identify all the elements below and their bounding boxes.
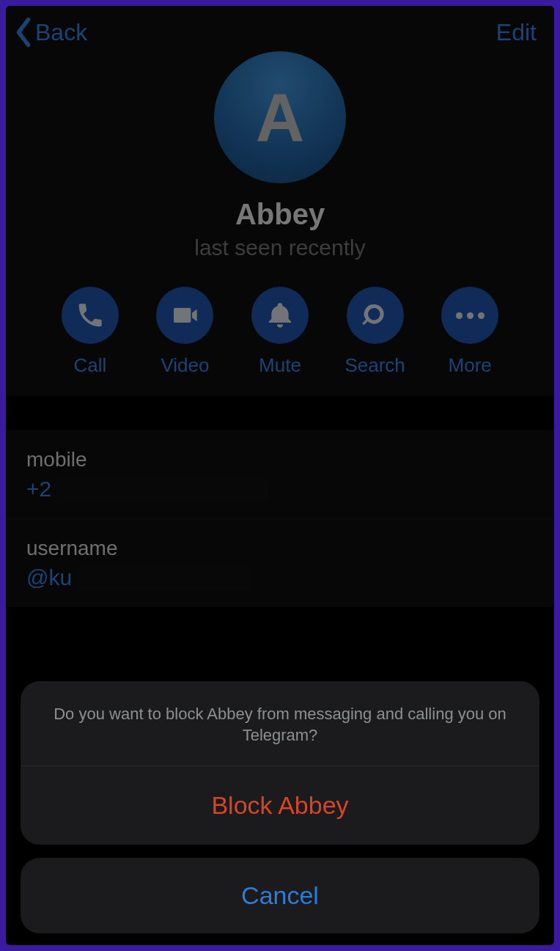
video-action[interactable]: Video [144,287,225,377]
mute-action[interactable]: Mute [240,287,320,377]
back-label: Back [35,19,87,46]
search-label: Search [345,354,405,377]
avatar[interactable]: A [214,51,346,183]
mobile-row[interactable]: mobile +2 [6,430,554,518]
video-label: Video [161,354,209,377]
action-row: Call Video Mute Search [6,260,554,377]
chevron-left-icon [13,18,34,47]
bell-icon [251,287,309,344]
search-icon [347,287,404,344]
username-label: username [26,537,534,560]
header-bar: Back Edit [6,6,554,51]
edit-button[interactable]: Edit [496,19,541,46]
phone-icon [62,287,119,344]
username-value: @ku [26,565,72,590]
redacted-username [76,565,252,591]
call-label: Call [73,354,106,377]
mute-label: Mute [259,354,301,377]
contact-profile-screen: Back Edit A Abbey last seen recently Cal… [6,6,554,945]
block-button[interactable]: Block Abbey [21,766,539,845]
cancel-button[interactable]: Cancel [21,858,539,933]
more-action[interactable]: More [430,287,510,377]
contact-status: last seen recently [6,235,554,260]
more-label: More [449,354,492,377]
username-row[interactable]: username @ku [6,518,554,607]
mobile-label: mobile [26,448,534,471]
action-sheet-message: Do you want to block Abbey from messagin… [21,681,539,766]
action-sheet: Do you want to block Abbey from messagin… [21,681,539,933]
action-sheet-group: Do you want to block Abbey from messagin… [21,681,539,845]
redacted-mobile [56,476,268,502]
avatar-initial: A [256,79,304,156]
mobile-value: +2 [26,477,51,502]
video-icon [156,287,213,344]
edit-label: Edit [496,19,537,45]
profile-section: Back Edit A Abbey last seen recently Cal… [6,6,554,396]
section-gap [6,396,554,430]
call-action[interactable]: Call [50,287,130,377]
contact-name: Abbey [6,198,554,231]
back-button[interactable]: Back [13,18,87,47]
search-action[interactable]: Search [335,287,416,377]
more-icon [441,287,498,344]
